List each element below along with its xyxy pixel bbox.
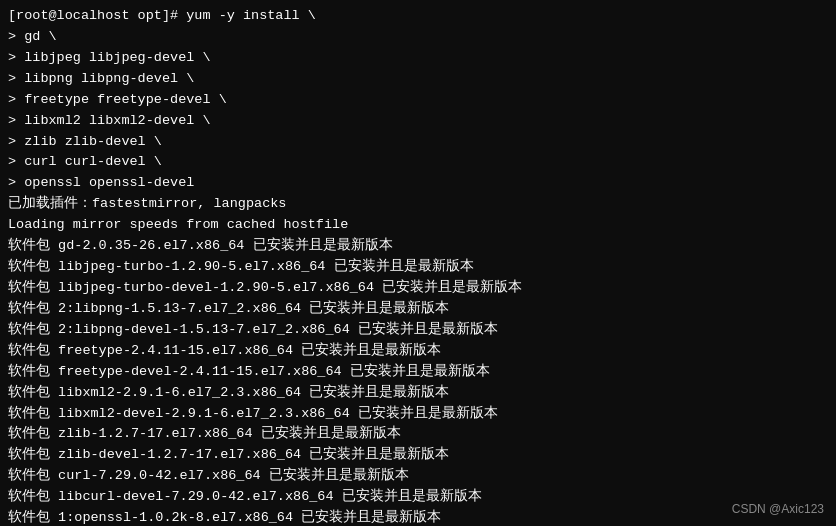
terminal-line: > libxml2 libxml2-devel \ (8, 111, 828, 132)
terminal-line: 软件包 libjpeg-turbo-1.2.90-5.el7.x86_64 已安… (8, 257, 828, 278)
terminal-line: 软件包 freetype-2.4.11-15.el7.x86_64 已安装并且是… (8, 341, 828, 362)
terminal-window: [root@localhost opt]# yum -y install \> … (0, 0, 836, 526)
terminal-line: 软件包 zlib-devel-1.2.7-17.el7.x86_64 已安装并且… (8, 445, 828, 466)
terminal-line: > freetype freetype-devel \ (8, 90, 828, 111)
terminal-line: > gd \ (8, 27, 828, 48)
terminal-line: > zlib zlib-devel \ (8, 132, 828, 153)
terminal-line: 软件包 freetype-devel-2.4.11-15.el7.x86_64 … (8, 362, 828, 383)
terminal-line: 软件包 2:libpng-1.5.13-7.el7_2.x86_64 已安装并且… (8, 299, 828, 320)
watermark: CSDN @Axic123 (732, 502, 824, 516)
terminal-line: 软件包 libcurl-devel-7.29.0-42.el7.x86_64 已… (8, 487, 828, 508)
terminal-line: 软件包 zlib-1.2.7-17.el7.x86_64 已安装并且是最新版本 (8, 424, 828, 445)
terminal-line: 已加载插件：fastestmirror, langpacks (8, 194, 828, 215)
terminal-line: 软件包 curl-7.29.0-42.el7.x86_64 已安装并且是最新版本 (8, 466, 828, 487)
terminal-line: 软件包 gd-2.0.35-26.el7.x86_64 已安装并且是最新版本 (8, 236, 828, 257)
terminal-line: 软件包 libjpeg-turbo-devel-1.2.90-5.el7.x86… (8, 278, 828, 299)
terminal-line: > libjpeg libjpeg-devel \ (8, 48, 828, 69)
terminal-output: [root@localhost opt]# yum -y install \> … (8, 6, 828, 526)
terminal-line: 软件包 libxml2-devel-2.9.1-6.el7_2.3.x86_64… (8, 404, 828, 425)
terminal-line: Loading mirror speeds from cached hostfi… (8, 215, 828, 236)
terminal-line: 软件包 libxml2-2.9.1-6.el7_2.3.x86_64 已安装并且… (8, 383, 828, 404)
terminal-line: > libpng libpng-devel \ (8, 69, 828, 90)
terminal-line: [root@localhost opt]# yum -y install \ (8, 6, 828, 27)
terminal-line: 软件包 1:openssl-1.0.2k-8.el7.x86_64 已安装并且是… (8, 508, 828, 526)
terminal-line: > curl curl-devel \ (8, 152, 828, 173)
terminal-line: 软件包 2:libpng-devel-1.5.13-7.el7_2.x86_64… (8, 320, 828, 341)
terminal-line: > openssl openssl-devel (8, 173, 828, 194)
